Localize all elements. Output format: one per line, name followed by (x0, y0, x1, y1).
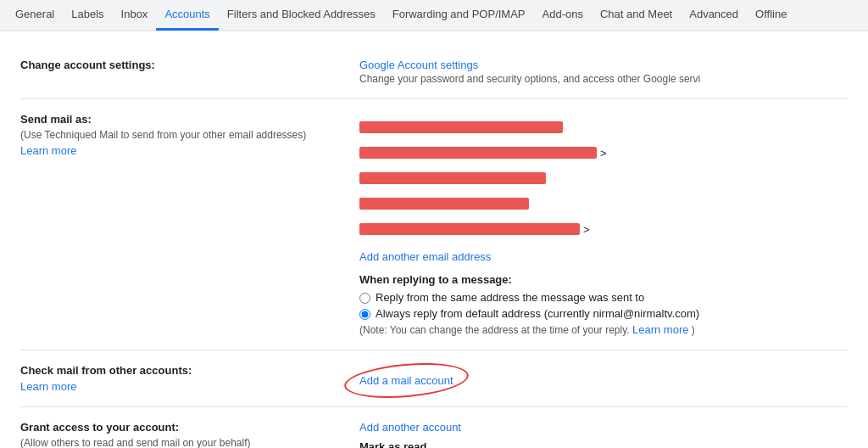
add-mail-account-link[interactable]: Add a mail account (359, 374, 453, 387)
reply-option-default: Always reply from default address (curre… (359, 307, 848, 320)
redacted-email-5 (359, 223, 580, 235)
email-entries: > > (359, 116, 848, 240)
reply-section: When replying to a message: Reply from t… (359, 273, 848, 336)
grant-access-section: Grant access to your account: (Allow oth… (20, 407, 848, 448)
reply-default-radio[interactable] (359, 309, 370, 320)
mark-as-read-title: Mark as read (359, 440, 848, 448)
nav-tab-forwarding[interactable]: Forwarding and POP/IMAP (384, 0, 534, 31)
check-mail-learn-more[interactable]: Learn more (20, 380, 76, 393)
add-email-address-link[interactable]: Add another email address (359, 250, 491, 263)
check-mail-content: Add a mail account (359, 364, 848, 393)
grant-access-content: Add another account Mark as read (359, 421, 848, 448)
redacted-email-1 (359, 121, 563, 133)
reply-note-text: (Note: You can change the address at the… (359, 324, 630, 336)
reply-default-label: Always reply from default address (curre… (376, 307, 699, 320)
email-row-1 (359, 116, 848, 138)
nav-tab-labels[interactable]: Labels (63, 0, 112, 31)
nav-tab-advanced[interactable]: Advanced (681, 0, 747, 31)
send-mail-as-subtitle: (Use Techniqued Mail to send from your o… (20, 129, 339, 141)
add-mail-container: Add a mail account (359, 374, 453, 387)
redacted-email-4 (359, 198, 529, 210)
reply-same-radio[interactable] (359, 293, 370, 304)
check-mail-title: Check mail from other accounts: (20, 364, 339, 377)
check-mail-section: Check mail from other accounts: Learn mo… (20, 350, 848, 407)
send-mail-as-content: > > Add another email address When reply… (359, 113, 848, 336)
send-mail-as-title: Send mail as: (20, 113, 339, 126)
nav-tab-accounts[interactable]: Accounts (156, 0, 218, 31)
reply-learn-more-link[interactable]: Learn more (632, 323, 688, 336)
reply-same-label: Reply from the same address the message … (376, 291, 644, 304)
send-mail-as-section: Send mail as: (Use Techniqued Mail to se… (20, 99, 848, 350)
nav-tab-addons[interactable]: Add-ons (534, 0, 592, 31)
add-another-account-link[interactable]: Add another account (359, 421, 848, 434)
nav-tab-chat[interactable]: Chat and Meet (592, 0, 681, 31)
reply-option-same: Reply from the same address the message … (359, 291, 848, 304)
reply-note-close-paren: ) (692, 324, 695, 336)
main-content: Change account settings: Google Account … (0, 31, 868, 448)
change-account-section: Change account settings: Google Account … (20, 45, 848, 99)
nav-tab-filters[interactable]: Filters and Blocked Addresses (219, 0, 384, 31)
grant-access-subtitle: (Allow others to read and send mail on y… (20, 437, 339, 448)
google-account-link[interactable]: Google Account settings (359, 59, 478, 71)
check-mail-label: Check mail from other accounts: Learn mo… (20, 364, 359, 393)
email-row-2: > (359, 142, 848, 164)
email-row-4 (359, 193, 848, 215)
email-row-3 (359, 167, 848, 189)
nav-tab-general[interactable]: General (7, 0, 63, 31)
redacted-email-3 (359, 172, 546, 184)
change-account-label: Change account settings: (20, 59, 359, 85)
grant-access-label: Grant access to your account: (Allow oth… (20, 421, 359, 448)
nav-tabs: GeneralLabelsInboxAccountsFilters and Bl… (0, 0, 868, 31)
grant-access-title: Grant access to your account: (20, 421, 339, 434)
reply-note: (Note: You can change the address at the… (359, 323, 848, 336)
send-mail-as-label: Send mail as: (Use Techniqued Mail to se… (20, 113, 359, 336)
nav-tab-offline[interactable]: Offline (747, 0, 795, 31)
redacted-email-2 (359, 147, 597, 159)
nav-tab-inbox[interactable]: Inbox (113, 0, 157, 31)
send-mail-learn-more[interactable]: Learn more (20, 144, 76, 157)
google-account-desc: Change your password and security option… (359, 73, 848, 85)
reply-title: When replying to a message: (359, 273, 848, 286)
angle-bracket-1: > (600, 147, 607, 160)
angle-bracket-2: > (583, 223, 590, 236)
change-account-title: Change account settings: (20, 59, 339, 71)
email-row-5: > (359, 218, 848, 240)
change-account-content: Google Account settings Change your pass… (359, 59, 848, 85)
